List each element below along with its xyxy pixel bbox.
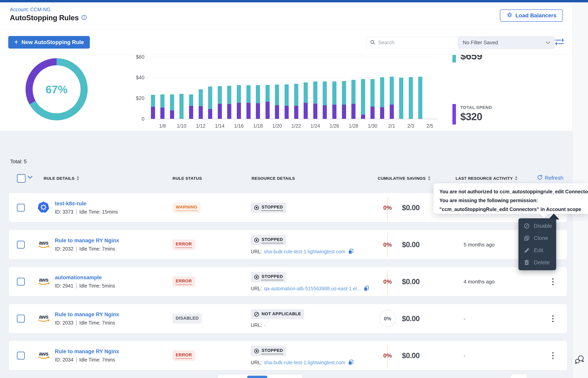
- resource-url-link[interactable]: -: [264, 322, 266, 328]
- resource-url: URL: sha-bulk-rule-test-1.lightwingtest.…: [251, 360, 354, 365]
- row-checkbox[interactable]: [17, 241, 25, 249]
- copy-icon[interactable]: [348, 360, 354, 365]
- row-checkbox[interactable]: [17, 278, 25, 285]
- y-axis-tick: $20: [122, 95, 144, 101]
- row-checkbox[interactable]: [17, 315, 25, 323]
- rule-name-link[interactable]: test-k8s-rule: [55, 201, 118, 207]
- savings-percent: 0%: [383, 352, 392, 359]
- row-checkbox[interactable]: [17, 204, 25, 212]
- x-axis-tick: 1/8: [156, 123, 169, 129]
- savings-percent: 0%: [383, 241, 392, 248]
- new-autostopping-rule-button[interactable]: + New AutoStopping Rule: [8, 36, 90, 49]
- filter-panel-icon[interactable]: [555, 38, 564, 47]
- y-axis-tick: $40: [122, 75, 144, 81]
- rule-name-link[interactable]: Rule to manage RY Nginx: [55, 238, 119, 244]
- bar-savings: [399, 78, 403, 119]
- bar-savings: [285, 84, 289, 106]
- rule-status-badge: ERROR: [173, 277, 195, 287]
- resource-url-link[interactable]: qa-automation-alb-515563988.us-east-1.el…: [264, 285, 361, 291]
- bar-spend: [208, 109, 212, 119]
- bar-spend: [160, 108, 165, 119]
- rule-meta: ID: 2941Idle Time: 5mins: [55, 283, 115, 289]
- x-axis-tick: 1/14: [213, 123, 227, 129]
- edit-icon: [524, 247, 530, 254]
- sort-icon[interactable]: [77, 176, 79, 181]
- x-axis-tick: 1/12: [194, 123, 207, 129]
- context-menu-item-disable[interactable]: Disable: [518, 220, 556, 232]
- clone-icon: [524, 235, 530, 241]
- svg-text:aws: aws: [39, 277, 48, 283]
- sort-icon[interactable]: [515, 176, 518, 181]
- aws-icon: aws: [38, 277, 50, 286]
- bar-spend: [266, 102, 270, 119]
- info-icon[interactable]: [81, 15, 87, 21]
- bar-savings: [179, 94, 184, 119]
- sort-icon[interactable]: [428, 176, 431, 181]
- spend-accent-bar: [452, 104, 456, 124]
- bar-savings: [294, 84, 298, 106]
- bar-spend: [218, 104, 222, 119]
- bar-spend: [189, 106, 193, 119]
- resource-url-link[interactable]: sha-bulk-rule-test-1.lightwingtest.com: [264, 249, 345, 254]
- load-balancers-button[interactable]: Load Balancers: [500, 9, 563, 22]
- bar-spend: [275, 105, 279, 119]
- row-actions-kebab[interactable]: [549, 275, 557, 288]
- context-menu-item-edit[interactable]: Edit: [518, 244, 556, 256]
- savings-amount: $0.00: [402, 314, 420, 323]
- row-actions-kebab[interactable]: [549, 349, 557, 362]
- bar-spend: [332, 105, 336, 119]
- copy-icon[interactable]: [364, 285, 369, 291]
- context-menu-item-delete[interactable]: Delete: [518, 256, 556, 269]
- column-header[interactable]: CUMULATIVE SAVINGS: [378, 176, 431, 181]
- rule-name-link[interactable]: Rule to manage RY Nginx: [55, 311, 119, 318]
- savings-percentage: 67%: [26, 58, 88, 120]
- resource-state-badge: STOPPED: [251, 272, 286, 283]
- resource-url: URL: -: [251, 322, 304, 328]
- rule-row: aws Rule to manage RY Nginx ID: 2033Idle…: [9, 304, 567, 333]
- copy-icon[interactable]: [348, 249, 354, 255]
- aws-icon: aws: [38, 351, 50, 360]
- bar-savings: [390, 77, 394, 105]
- pagination-page-size[interactable]: [511, 375, 527, 378]
- bar-savings: [275, 85, 279, 105]
- x-axis-tick: 1/24: [308, 123, 322, 129]
- pagination-bar[interactable]: [218, 375, 302, 378]
- breadcrumb-account[interactable]: Account: CCM-NG: [10, 7, 51, 12]
- total-savings-value: $659: [460, 55, 482, 62]
- bar-spend: [246, 103, 251, 119]
- bar-savings: [256, 85, 260, 103]
- select-all-checkbox[interactable]: [17, 174, 26, 183]
- column-header: RESOURCE DETAILS: [252, 176, 295, 181]
- select-menu-chevron-icon[interactable]: [27, 176, 33, 180]
- column-header[interactable]: LAST RESOURCE ACTIVITY: [456, 176, 518, 181]
- bar-savings: [189, 94, 193, 106]
- bar-spend: [199, 106, 203, 119]
- tooltip-caret: [539, 213, 549, 218]
- bar-spend: [151, 107, 155, 119]
- bar-savings: [227, 86, 231, 104]
- bar-savings: [313, 81, 317, 104]
- rule-meta: ID: 2032Idle Time: 7mins: [55, 246, 119, 252]
- search-input[interactable]: [378, 39, 443, 46]
- row-actions-kebab[interactable]: [549, 312, 557, 325]
- refresh-button[interactable]: Refresh: [537, 175, 563, 182]
- bar-spend: [351, 104, 356, 119]
- resource-url-link[interactable]: sha-bulk-rule-test-1.lightwingtest.com: [264, 360, 345, 365]
- x-axis-tick: 2/3: [404, 123, 418, 129]
- row-checkbox[interactable]: [17, 352, 25, 360]
- rule-name-link[interactable]: Rule to manage RY Nginx: [55, 349, 119, 355]
- x-axis-tick: 1/30: [366, 123, 380, 129]
- x-axis-tick: 1/18: [251, 123, 265, 129]
- stopped-icon: [254, 205, 259, 210]
- chat-support-icon[interactable]: [574, 354, 586, 366]
- context-menu-item-clone[interactable]: Clone: [518, 232, 556, 244]
- rule-name-link[interactable]: automationsample: [55, 275, 115, 281]
- savings-percent: 0%: [383, 278, 392, 285]
- saved-filter-select[interactable]: No Filter Saved: [458, 36, 555, 49]
- aws-icon: aws: [38, 313, 50, 323]
- column-header[interactable]: RULE DETAILS: [44, 176, 79, 181]
- bar-savings: [371, 79, 375, 107]
- bar-savings: [160, 94, 165, 108]
- pagination-active-page[interactable]: [247, 376, 267, 378]
- rule-row: aws automationsample ID: 2941Idle Time: …: [9, 267, 567, 296]
